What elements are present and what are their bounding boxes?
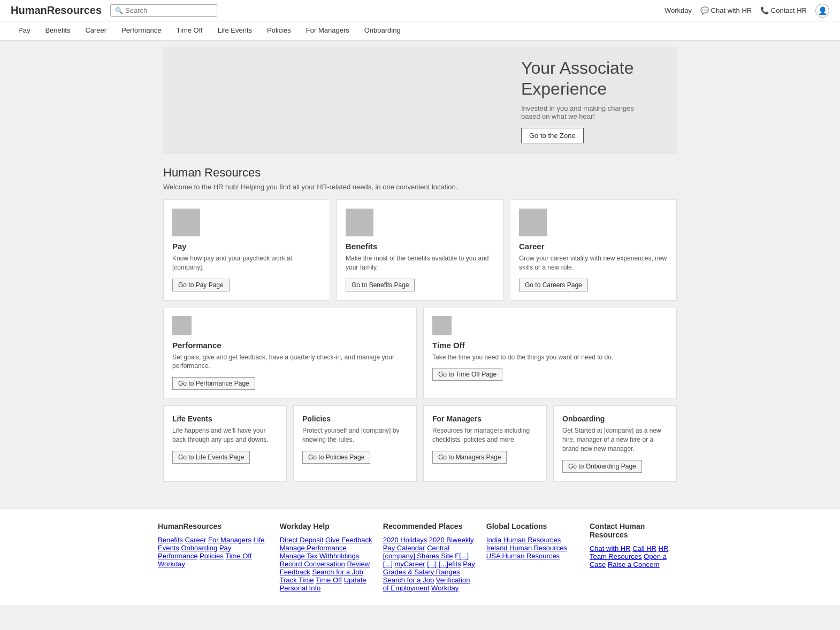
footer-chat-hr[interactable]: Chat with HR <box>590 544 631 552</box>
footer-manage-tax[interactable]: Manage Tax Withholdings <box>280 552 360 560</box>
footer-record-conversation[interactable]: Record Conversation <box>280 560 345 568</box>
footer-usa-hr[interactable]: USA Human Resources <box>486 552 560 560</box>
search-input[interactable] <box>125 6 205 14</box>
header: HumanResources 🔍 Workday 💬 Chat with HR … <box>0 0 840 21</box>
footer-2020-holidays[interactable]: 2020 Holidays <box>383 536 427 544</box>
footer-link-time-off[interactable]: Time Off <box>225 552 251 560</box>
nav-time-off[interactable]: Time Off <box>169 21 210 41</box>
footer-link-performance[interactable]: Performance <box>158 552 197 560</box>
footer-col3: Recommended Places 2020 Holidays 2020 Bi… <box>383 522 476 592</box>
section-title: Human Resources <box>163 166 677 180</box>
footer-search-job[interactable]: Search for a Job <box>312 568 363 576</box>
nav-policies[interactable]: Policies <box>259 21 299 41</box>
footer-col5: Contact Human Resources Chat with HR Cal… <box>590 522 682 592</box>
footer-track-time[interactable]: Track Time <box>280 576 314 584</box>
hero-subtitle: Invested in you and making changes based… <box>521 104 634 120</box>
time-off-desc: Take the time you need to do the things … <box>432 353 668 362</box>
policies-button[interactable]: Go to Policies Page <box>302 451 370 464</box>
career-icon <box>519 209 547 236</box>
benefits-icon <box>346 209 373 236</box>
footer-link-workday[interactable]: Workday <box>158 560 185 568</box>
footer-link-onboarding[interactable]: Onboarding <box>181 544 217 552</box>
card-benefits: Benefits Make the most of the benefits a… <box>337 199 503 301</box>
footer-call-hr[interactable]: Call HR <box>632 544 656 552</box>
time-off-button[interactable]: Go to Time Off Page <box>432 368 502 381</box>
card-pay: Pay Know how pay and your paycheck work … <box>163 199 330 301</box>
benefits-desc: Make the most of the benefits available … <box>346 254 494 272</box>
footer-raise-concern[interactable]: Raise a Concern <box>608 560 660 568</box>
card-time-off: Time Off Take the time you need to do th… <box>423 307 677 399</box>
policies-desc: Protect yourself and [company] by knowin… <box>302 426 408 444</box>
footer-india-hr[interactable]: India Human Resources <box>486 536 561 544</box>
performance-title: Performance <box>172 341 408 350</box>
workday-link[interactable]: Workday <box>665 6 692 14</box>
for-managers-desc: Resources for managers including checkli… <box>432 426 538 444</box>
policies-title: Policies <box>302 414 408 423</box>
nav: Pay Benefits Career Performance Time Off… <box>0 21 840 41</box>
footer-central[interactable]: Central <box>427 544 449 552</box>
go-to-zone-button[interactable]: Go to the Zone <box>521 128 584 143</box>
time-off-icon <box>432 316 452 335</box>
footer-link-for-managers[interactable]: For Managers <box>208 536 251 544</box>
footer-col4: Global Locations India Human Resources I… <box>486 522 579 592</box>
benefits-button[interactable]: Go to Benefits Page <box>346 279 415 291</box>
performance-button[interactable]: Go to Performance Page <box>172 377 255 390</box>
pay-button[interactable]: Go to Pay Page <box>172 279 230 291</box>
card-career: Career Grow your career vitality with ne… <box>510 199 677 301</box>
header-right: Workday 💬 Chat with HR 📞 Contact HR 👤 <box>665 4 829 18</box>
footer-time-off[interactable]: Time Off <box>316 576 342 584</box>
hero-text: Your Associate Experience Invested in yo… <box>521 58 634 143</box>
footer-manage-performance[interactable]: Manage Performance <box>280 544 347 552</box>
performance-desc: Set goals, give and get feedback, have a… <box>172 353 408 371</box>
nav-career[interactable]: Career <box>78 21 114 41</box>
footer-inner: HumanResources Benefits Career For Manag… <box>158 522 682 592</box>
footer-col3-title: Recommended Places <box>383 522 476 531</box>
footer-link-policies[interactable]: Policies <box>200 552 224 560</box>
life-events-button[interactable]: Go to Life Events Page <box>172 451 250 464</box>
for-managers-title: For Managers <box>432 414 538 423</box>
card-for-managers: For Managers Resources for managers incl… <box>423 405 547 481</box>
footer-benefits2[interactable]: [...] [...]efits <box>427 560 461 568</box>
nav-performance[interactable]: Performance <box>114 21 169 41</box>
logo-plain: Human <box>11 4 47 16</box>
footer: HumanResources Benefits Career For Manag… <box>0 509 840 605</box>
search-icon: 🔍 <box>115 7 123 14</box>
nav-life-events[interactable]: Life Events <box>210 21 259 41</box>
footer-col2: Workday Help Direct Deposit Give Feedbac… <box>280 522 372 592</box>
section-subtitle: Welcome to the HR hub! Helping you find … <box>163 183 677 191</box>
card-life-events: Life Events Life happens and we'll have … <box>163 405 287 481</box>
time-off-title: Time Off <box>432 341 668 350</box>
footer-col1: HumanResources Benefits Career For Manag… <box>158 522 269 592</box>
nav-pay[interactable]: Pay <box>11 21 37 41</box>
contact-link[interactable]: 📞 Contact HR <box>760 6 807 14</box>
footer-workday2[interactable]: Workday <box>431 584 459 592</box>
footer-shares-site[interactable]: [company] Shares Site <box>383 552 453 560</box>
search-bar[interactable]: 🔍 <box>110 4 217 17</box>
header-left: HumanResources 🔍 <box>11 4 217 17</box>
performance-icon <box>172 316 192 335</box>
footer-link-pay[interactable]: Pay <box>219 544 231 552</box>
footer-link-benefits[interactable]: Benefits <box>158 536 183 544</box>
main-content: Human Resources Welcome to the HR hub! H… <box>158 160 682 509</box>
logo-bold: Resources <box>47 4 102 16</box>
footer-direct-deposit[interactable]: Direct Deposit <box>280 536 324 544</box>
footer-give-feedback[interactable]: Give Feedback <box>325 536 372 544</box>
benefits-title: Benefits <box>346 242 494 251</box>
nav-benefits[interactable]: Benefits <box>37 21 78 41</box>
nav-onboarding[interactable]: Onboarding <box>357 21 408 41</box>
career-button[interactable]: Go to Careers Page <box>519 279 588 291</box>
avatar[interactable]: 👤 <box>815 4 829 18</box>
for-managers-button[interactable]: Go to Managers Page <box>432 451 507 464</box>
nav-for-managers[interactable]: For Managers <box>299 21 357 41</box>
footer-link-career[interactable]: Career <box>185 536 207 544</box>
life-events-desc: Life happens and we'll have your back th… <box>172 426 278 444</box>
onboarding-title: Onboarding <box>562 414 668 423</box>
onboarding-button[interactable]: Go to Onboarding Page <box>562 460 642 473</box>
cards-middle-grid: Performance Set goals, give and get feed… <box>163 307 677 399</box>
footer-mycareer[interactable]: myCareer <box>394 560 425 568</box>
chat-link[interactable]: 💬 Chat with HR <box>700 6 752 14</box>
footer-search-job2[interactable]: Search for a Job <box>383 576 434 584</box>
footer-ireland-hr[interactable]: Ireland Human Resources <box>486 544 567 552</box>
pay-title: Pay <box>172 242 321 251</box>
footer-col4-title: Global Locations <box>486 522 579 531</box>
